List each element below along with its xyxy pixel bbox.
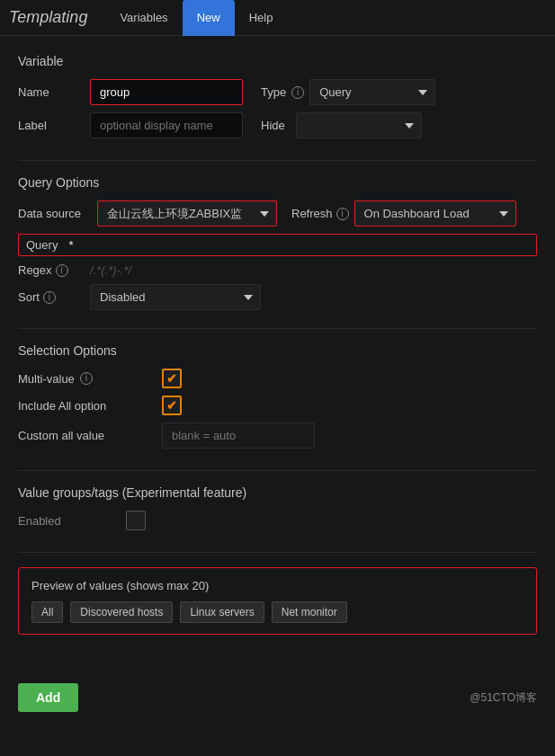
custom-all-row: Custom all value <box>18 422 537 449</box>
app-title: Templating <box>9 8 87 27</box>
query-field-row: Query * <box>18 234 537 256</box>
top-nav: Templating Variables New Help <box>0 0 555 36</box>
refresh-select[interactable]: On Dashboard Load Never On Time Range Ch… <box>354 200 516 227</box>
regex-info-icon[interactable]: i <box>56 264 68 277</box>
label-label: Label <box>18 119 90 132</box>
multi-value-label-group: Multi-value i <box>18 372 162 386</box>
variable-heading: Variable <box>18 54 537 68</box>
divider-3 <box>18 470 537 471</box>
sort-info-icon[interactable]: i <box>43 291 56 304</box>
preview-tag-net[interactable]: Net monitor <box>272 601 347 623</box>
enabled-checkbox[interactable] <box>126 511 146 530</box>
selection-section: Selection Options Multi-value i ✔ Includ… <box>18 343 537 449</box>
variable-section: Variable Name Type i Query Custom Dataso… <box>18 54 537 138</box>
tab-new[interactable]: New <box>183 0 235 36</box>
type-select[interactable]: Query Custom Datasource Interval <box>309 79 435 105</box>
query-label: Query <box>26 238 58 252</box>
tab-help[interactable]: Help <box>235 0 288 36</box>
label-input[interactable] <box>90 112 243 138</box>
sort-row: Sort i Disabled Alphabetical (asc) Alpha… <box>18 284 537 310</box>
add-button[interactable]: Add <box>18 683 78 712</box>
name-input[interactable] <box>90 79 243 105</box>
sort-select[interactable]: Disabled Alphabetical (asc) Alphabetical… <box>90 284 261 310</box>
regex-label: Regex i <box>18 263 90 277</box>
preview-tag-linux[interactable]: Linux servers <box>180 601 264 623</box>
main-content: Variable Name Type i Query Custom Dataso… <box>0 36 555 674</box>
regex-placeholder: /.*(.*)-.*/ <box>90 263 131 277</box>
query-value: * <box>68 238 73 252</box>
query-options-section: Query Options Data source 金山云线上环境ZABBIX监… <box>18 175 537 310</box>
type-info-icon[interactable]: i <box>291 86 304 99</box>
multi-value-checkbox[interactable]: ✔ <box>162 369 182 388</box>
divider-1 <box>18 160 537 161</box>
tab-variables[interactable]: Variables <box>105 0 182 36</box>
preview-title: Preview of values (shows max 20) <box>31 579 524 592</box>
label-hide-row: Label Hide Label Variable <box>18 112 537 138</box>
multi-value-info-icon[interactable]: i <box>80 372 93 385</box>
hide-select[interactable]: Label Variable <box>296 112 422 138</box>
multi-value-row: Multi-value i ✔ <box>18 369 537 388</box>
hide-label: Hide <box>261 119 285 132</box>
regex-row: Regex i /.*(.*)-.*/ <box>18 263 537 277</box>
branding: @51CTO博客 <box>470 690 537 706</box>
datasource-select[interactable]: 金山云线上环境ZABBIX监 <box>97 200 277 227</box>
refresh-label-group: Refresh i <box>291 207 349 220</box>
preview-tag-all[interactable]: All <box>31 601 63 623</box>
preview-section: Preview of values (shows max 20) All Dis… <box>18 567 537 635</box>
enabled-row: Enabled <box>18 511 537 530</box>
bottom-bar: Add @51CTO博客 <box>0 674 555 721</box>
name-label: Name <box>18 85 90 99</box>
datasource-refresh-row: Data source 金山云线上环境ZABBIX监 Refresh i On … <box>18 200 537 227</box>
include-all-checkbox[interactable]: ✔ <box>162 396 182 415</box>
sort-label: Sort i <box>18 290 90 304</box>
selection-heading: Selection Options <box>18 343 537 358</box>
value-groups-section: Value groups/tags (Experimental feature)… <box>18 485 537 530</box>
custom-all-label: Custom all value <box>18 429 162 442</box>
name-type-row: Name Type i Query Custom Datasource Inte… <box>18 79 537 105</box>
value-groups-heading: Value groups/tags (Experimental feature) <box>18 485 537 500</box>
include-all-row: Include All option ✔ <box>18 396 537 415</box>
divider-4 <box>18 552 537 553</box>
custom-all-input[interactable] <box>162 422 315 449</box>
datasource-label: Data source <box>18 207 90 220</box>
preview-tag-discovered[interactable]: Discovered hosts <box>70 601 173 623</box>
enabled-label: Enabled <box>18 514 126 528</box>
preview-tags: All Discovered hosts Linux servers Net m… <box>31 601 524 623</box>
query-options-heading: Query Options <box>18 175 537 190</box>
include-all-label: Include All option <box>18 399 162 413</box>
type-label: Type <box>261 85 286 99</box>
refresh-info-icon[interactable]: i <box>336 208 349 220</box>
divider-2 <box>18 328 537 329</box>
